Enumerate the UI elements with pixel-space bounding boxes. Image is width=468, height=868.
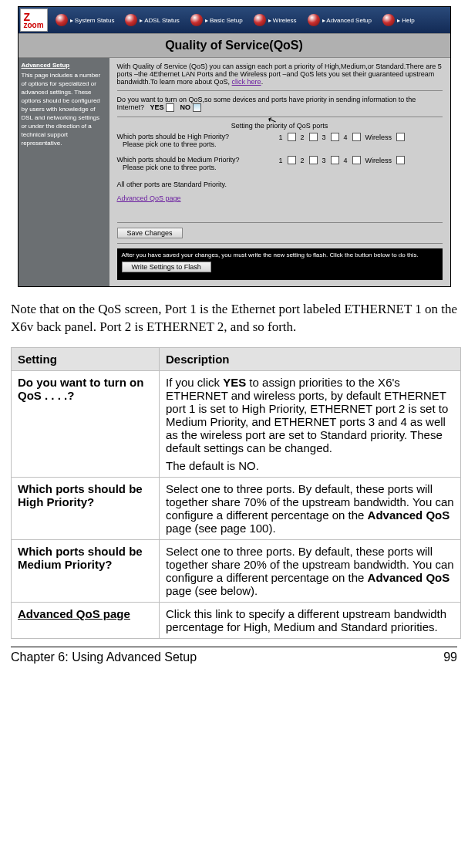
med-port1-checkbox[interactable]	[288, 156, 296, 164]
med-port2-checkbox[interactable]	[309, 156, 318, 164]
table-row: Do you want to turn on QoS . . . .? If y…	[12, 371, 461, 478]
high-wireless-checkbox[interactable]	[396, 133, 405, 141]
desc-p1: If you click YES to assign priorities to…	[166, 376, 454, 454]
qos-screenshot: Zzoom ▸ System Status ▸ ADSL Status ▸ Ba…	[18, 6, 451, 287]
nav-icon	[56, 14, 68, 26]
table-row: Advanced QoS page Click this link to spe…	[12, 603, 461, 639]
desc-p2: The default is NO.	[166, 459, 454, 472]
description-cell: If you click YES to assign priorities to…	[160, 371, 461, 478]
priority-heading: Setting the priority of QoS ports	[117, 122, 443, 130]
standard-note: All other ports are Standard Priority.	[117, 181, 443, 188]
high-port4-checkbox[interactable]	[352, 133, 361, 141]
settings-table: Setting Description Do you want to turn …	[11, 347, 461, 639]
save-changes-button[interactable]: Save Changes	[117, 228, 183, 238]
description-cell: Select one to three ports. By default, t…	[160, 478, 461, 540]
nav-system-status[interactable]: ▸ System Status	[52, 14, 118, 26]
learn-more-link[interactable]: click here	[232, 78, 261, 86]
page-footer: Chapter 6: Using Advanced Setup 99	[11, 647, 457, 672]
note-paragraph: Note that on the QoS screen, Port 1 is t…	[11, 301, 457, 336]
nav-icon	[382, 14, 395, 26]
nav-icon	[125, 14, 137, 26]
table-header-row: Setting Description	[12, 348, 461, 371]
high-priority-question: Which ports should be High Priority? Ple…	[117, 133, 264, 148]
chapter-label: Chapter 6: Using Advanced Setup	[11, 650, 197, 664]
desc-p1: Select one to three ports. By default, t…	[166, 482, 454, 535]
flash-bar: After you have saved your changes, you m…	[117, 248, 443, 280]
no-checkbox[interactable]	[193, 103, 201, 112]
yes-checkbox[interactable]	[166, 103, 174, 112]
description-cell: Select one to three ports. By default, t…	[160, 540, 461, 603]
sidebar-heading: Advanced Setup	[22, 61, 106, 69]
description-cell: Click this link to specify a different u…	[160, 603, 461, 639]
app-topbar: Zzoom ▸ System Status ▸ ADSL Status ▸ Ba…	[19, 7, 450, 33]
write-flash-button[interactable]: Write Settings to Flash	[122, 262, 211, 272]
desc-p1: Click this link to specify a different u…	[166, 607, 454, 633]
main-panel: With Quality of Service (QoS) you can as…	[109, 58, 450, 286]
nav-icon	[190, 14, 203, 26]
med-wireless-checkbox[interactable]	[396, 156, 405, 164]
page-number: 99	[443, 650, 457, 664]
nav-wireless[interactable]: ▸ Wireless	[251, 14, 300, 26]
high-port1-checkbox[interactable]	[288, 133, 296, 141]
med-port3-checkbox[interactable]	[331, 156, 339, 164]
brand-logo: Zzoom	[20, 8, 48, 32]
header-setting: Setting	[12, 348, 160, 371]
nav-icon	[308, 14, 320, 26]
intro-text: With Quality of Service (QoS) you can as…	[117, 62, 443, 86]
sidebar: Advanced Setup This page includes a numb…	[19, 58, 109, 286]
setting-cell: Do you want to turn on QoS . . . .?	[12, 371, 160, 478]
table-row: Which ports should be High Priority? Sel…	[12, 478, 461, 540]
nav-adsl-status[interactable]: ▸ ADSL Status	[122, 14, 182, 26]
page-title: Quality of Service(QoS)	[19, 33, 450, 58]
high-port2-checkbox[interactable]	[309, 133, 318, 141]
medium-priority-question: Which ports should be Medium Priority? P…	[117, 156, 264, 171]
sidebar-text: This page includes a number of options f…	[22, 71, 106, 147]
desc-p1: Select one to three ports. By default, t…	[166, 545, 454, 597]
advanced-qos-link[interactable]: Advanced QoS page	[117, 194, 443, 202]
turn-on-question: Do you want to turn on QoS,so some devic…	[117, 96, 443, 112]
nav-advanced-setup[interactable]: ▸ Advanced Setup	[305, 14, 375, 26]
med-port4-checkbox[interactable]	[352, 156, 361, 164]
nav-basic-setup[interactable]: ▸ Basic Setup	[187, 14, 246, 26]
high-port3-checkbox[interactable]	[331, 133, 339, 141]
nav-help[interactable]: ▸ Help	[379, 14, 418, 26]
table-row: Which ports should be Medium Priority? S…	[12, 540, 461, 603]
header-description: Description	[160, 348, 461, 371]
setting-cell: Advanced QoS page	[12, 603, 160, 639]
setting-cell: Which ports should be Medium Priority?	[12, 540, 160, 603]
setting-cell: Which ports should be High Priority?	[12, 478, 160, 540]
nav-icon	[254, 14, 266, 26]
